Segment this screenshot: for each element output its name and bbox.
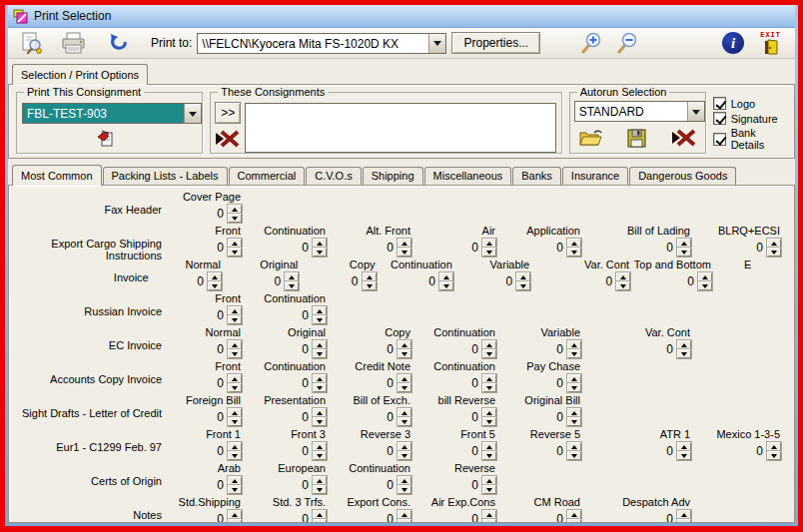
properties-button[interactable]: Properties... bbox=[451, 32, 540, 54]
spin-up-button[interactable] bbox=[616, 272, 630, 281]
spin-down-button[interactable] bbox=[398, 485, 411, 494]
spin-down-button[interactable] bbox=[516, 281, 530, 290]
spin-down-button[interactable] bbox=[567, 417, 581, 426]
chevron-down-icon[interactable] bbox=[184, 104, 201, 123]
spin-down-button[interactable] bbox=[767, 248, 781, 257]
spin-up-button[interactable] bbox=[228, 374, 242, 383]
spin-down-button[interactable] bbox=[228, 315, 242, 324]
spin-down-button[interactable] bbox=[398, 349, 411, 358]
spin-down-button[interactable] bbox=[398, 248, 411, 257]
spin-down-button[interactable] bbox=[313, 349, 327, 358]
printer-select[interactable]: \\FELCN\Kyocera Mita FS-1020D KX bbox=[197, 33, 446, 54]
spin-up-button[interactable] bbox=[313, 374, 327, 383]
spin-up-button[interactable] bbox=[677, 442, 691, 451]
spin-down-button[interactable] bbox=[285, 281, 299, 290]
spin-up-button[interactable] bbox=[767, 239, 781, 248]
spin-down-button[interactable] bbox=[482, 417, 496, 426]
spin-down-button[interactable] bbox=[228, 248, 242, 257]
spin-up-button[interactable] bbox=[677, 239, 691, 248]
spin-down-button[interactable] bbox=[398, 417, 411, 426]
spin-down-button[interactable] bbox=[616, 281, 630, 290]
checkbox-bank-details[interactable]: Bank Details bbox=[713, 127, 790, 151]
spin-up-button[interactable] bbox=[482, 340, 496, 349]
spin-up-button[interactable] bbox=[482, 510, 496, 519]
spin-up-button[interactable] bbox=[398, 374, 411, 383]
spin-up-button[interactable] bbox=[398, 442, 411, 451]
chevron-down-icon[interactable] bbox=[428, 34, 445, 53]
spin-down-button[interactable] bbox=[567, 451, 581, 460]
tab-miscellaneous[interactable]: Miscellaneous bbox=[424, 167, 512, 185]
spin-down-button[interactable] bbox=[677, 451, 691, 460]
add-consignment-button[interactable]: >> bbox=[215, 102, 241, 124]
spin-down-button[interactable] bbox=[567, 349, 581, 358]
spin-down-button[interactable] bbox=[228, 214, 242, 223]
tab-shipping[interactable]: Shipping bbox=[363, 167, 423, 185]
spin-down-button[interactable] bbox=[567, 248, 581, 257]
spin-down-button[interactable] bbox=[677, 519, 691, 523]
spin-down-button[interactable] bbox=[482, 451, 496, 460]
consignment-select[interactable]: FBL-TEST-903 bbox=[22, 103, 202, 124]
spin-up-button[interactable] bbox=[228, 205, 242, 214]
spin-down-button[interactable] bbox=[228, 349, 242, 358]
spin-up-button[interactable] bbox=[567, 340, 581, 349]
spin-up-button[interactable] bbox=[363, 272, 377, 281]
spin-down-button[interactable] bbox=[567, 383, 581, 392]
spin-up-button[interactable] bbox=[398, 476, 411, 485]
spin-up-button[interactable] bbox=[313, 306, 327, 315]
spin-up-button[interactable] bbox=[567, 408, 581, 417]
spin-up-button[interactable] bbox=[228, 476, 242, 485]
checkbox-logo[interactable]: Logo bbox=[713, 97, 790, 110]
spin-up-button[interactable] bbox=[313, 442, 327, 451]
save-floppy-icon[interactable] bbox=[627, 128, 646, 148]
spin-up-button[interactable] bbox=[439, 272, 453, 281]
spin-up-button[interactable] bbox=[677, 340, 691, 349]
spin-down-button[interactable] bbox=[313, 417, 327, 426]
zoom-in-icon[interactable] bbox=[580, 31, 604, 55]
spin-down-button[interactable] bbox=[313, 451, 327, 460]
spin-up-button[interactable] bbox=[677, 510, 691, 519]
spin-down-button[interactable] bbox=[363, 281, 377, 290]
spin-down-button[interactable] bbox=[228, 383, 242, 392]
spin-down-button[interactable] bbox=[767, 451, 781, 460]
spin-up-button[interactable] bbox=[567, 239, 581, 248]
spin-down-button[interactable] bbox=[313, 485, 327, 494]
delete-consignment-x-icon[interactable] bbox=[215, 129, 241, 149]
spin-down-button[interactable] bbox=[398, 451, 411, 460]
spin-up-button[interactable] bbox=[767, 442, 781, 451]
spin-up-button[interactable] bbox=[228, 306, 242, 315]
spin-up-button[interactable] bbox=[228, 442, 242, 451]
spin-down-button[interactable] bbox=[482, 383, 496, 392]
print-preview-icon[interactable] bbox=[20, 31, 44, 55]
spin-down-button[interactable] bbox=[398, 519, 411, 523]
zoom-out-icon[interactable] bbox=[616, 31, 640, 55]
spin-up-button[interactable] bbox=[285, 272, 299, 281]
spin-down-button[interactable] bbox=[482, 519, 496, 523]
spin-up-button[interactable] bbox=[482, 239, 496, 248]
spin-down-button[interactable] bbox=[698, 281, 712, 290]
spin-up-button[interactable] bbox=[482, 476, 496, 485]
spin-up-button[interactable] bbox=[398, 239, 411, 248]
notepad-icon[interactable] bbox=[95, 129, 115, 148]
checkbox-signature[interactable]: Signature bbox=[713, 112, 790, 125]
spin-up-button[interactable] bbox=[567, 374, 581, 383]
tab-c-v-o-s[interactable]: C.V.O.s bbox=[306, 167, 362, 185]
spin-down-button[interactable] bbox=[677, 248, 691, 257]
spin-up-button[interactable] bbox=[482, 442, 496, 451]
spin-up-button[interactable] bbox=[398, 340, 411, 349]
spin-down-button[interactable] bbox=[313, 315, 327, 324]
spin-down-button[interactable] bbox=[439, 281, 453, 290]
spin-down-button[interactable] bbox=[228, 417, 242, 426]
folder-open-icon[interactable] bbox=[578, 128, 603, 148]
autorun-select[interactable]: STANDARD bbox=[574, 101, 705, 122]
exit-button[interactable]: EXIT bbox=[760, 32, 781, 55]
spin-up-button[interactable] bbox=[208, 272, 222, 281]
spin-up-button[interactable] bbox=[313, 476, 327, 485]
tab-packing-lists-labels[interactable]: Packing Lists - Labels bbox=[103, 167, 228, 185]
spin-up-button[interactable] bbox=[313, 510, 327, 519]
spin-up-button[interactable] bbox=[313, 239, 327, 248]
spin-down-button[interactable] bbox=[482, 248, 496, 257]
spin-up-button[interactable] bbox=[698, 272, 712, 281]
spin-up-button[interactable] bbox=[482, 408, 496, 417]
spin-down-button[interactable] bbox=[228, 451, 242, 460]
chevron-down-icon[interactable] bbox=[687, 102, 704, 121]
